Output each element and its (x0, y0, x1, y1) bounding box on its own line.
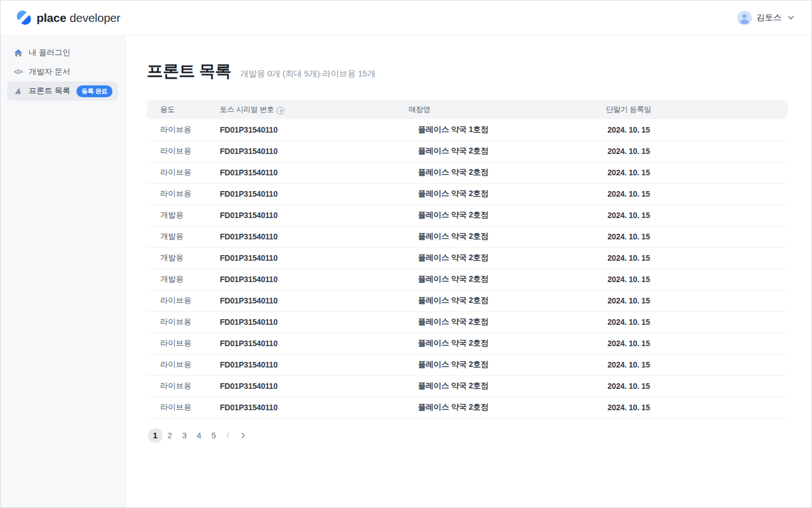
cell-store: 플레이스 약국 2호점 (366, 354, 540, 375)
registration-complete-badge: 등록 완료 (76, 85, 112, 97)
table-row: 개발용 FD01P31540110 플레이스 약국 2호점 2024. 10. … (147, 226, 788, 247)
table-body: 라이브용 FD01P31540110 플레이스 약국 1호점 2024. 10.… (147, 119, 788, 418)
table-row: 라이브용 FD01P31540110 플레이스 약국 2호점 2024. 10.… (147, 311, 788, 333)
cell-store: 플레이스 약국 2호점 (366, 247, 540, 269)
sidebar-item-label: 개발자 문서 (29, 67, 70, 77)
table-row: 라이브용 FD01P31540110 플레이스 약국 2호점 2024. 10.… (147, 354, 788, 375)
cell-date: 2024. 10. 15 (540, 226, 717, 247)
cell-date: 2024. 10. 15 (540, 205, 717, 226)
cell-usage: 라이브용 (147, 354, 220, 375)
sidebar-item-front-list[interactable]: 프론트 목록 등록 완료 (7, 81, 118, 101)
page-button-1[interactable]: 1 (148, 428, 163, 443)
cell-date: 2024. 10. 15 (540, 290, 717, 311)
send-icon (13, 86, 23, 96)
table-row: 라이브용 FD01P31540110 플레이스 약국 2호점 2024. 10.… (147, 183, 788, 205)
cell-spacer (717, 311, 788, 333)
cell-spacer (717, 269, 788, 290)
cell-usage: 라이브용 (147, 140, 220, 162)
place-logo-icon (16, 10, 31, 25)
cell-store: 플레이스 약국 2호점 (366, 375, 540, 397)
cell-spacer (717, 205, 788, 226)
column-header-usage: 용도 (147, 100, 220, 119)
cell-serial: FD01P31540110 (220, 247, 366, 269)
column-header-date: 단말기 등록일 (540, 100, 717, 119)
cell-serial: FD01P31540110 (220, 354, 366, 375)
cell-store: 플레이스 약국 2호점 (366, 269, 540, 290)
cell-date: 2024. 10. 15 (540, 140, 717, 162)
table-row: 라이브용 FD01P31540110 플레이스 약국 2호점 2024. 10.… (147, 162, 788, 183)
cell-date: 2024. 10. 15 (540, 183, 717, 205)
cell-store: 플레이스 약국 2호점 (366, 397, 540, 418)
cell-spacer (717, 375, 788, 397)
column-header-store: 매장명 (366, 100, 540, 119)
cell-date: 2024. 10. 15 (540, 247, 717, 269)
cell-usage: 라이브용 (147, 333, 220, 354)
page-title: 프론트 목록 (147, 60, 231, 83)
brand-logo[interactable]: place developer (16, 10, 120, 25)
page-subtitle: 개발용 0개 (최대 5개)·라이브용 15개 (240, 69, 375, 79)
cell-spacer (717, 247, 788, 269)
cell-usage: 개발용 (147, 226, 220, 247)
table-row: 개발용 FD01P31540110 플레이스 약국 2호점 2024. 10. … (147, 205, 788, 226)
cell-usage: 라이브용 (147, 397, 220, 418)
cell-serial: FD01P31540110 (220, 162, 366, 183)
table-row: 라이브용 FD01P31540110 플레이스 약국 2호점 2024. 10.… (147, 375, 788, 397)
logo-secondary: developer (70, 11, 120, 25)
table-row: 라이브용 FD01P31540110 플레이스 약국 2호점 2024. 10.… (147, 397, 788, 418)
sidebar-item-label: 프론트 목록 (29, 86, 70, 96)
table-row: 라이브용 FD01P31540110 플레이스 약국 2호점 2024. 10.… (147, 140, 788, 162)
cell-spacer (717, 354, 788, 375)
page-button-5[interactable]: 5 (206, 428, 221, 443)
page-button-3[interactable]: 3 (177, 428, 192, 443)
page-button-2[interactable]: 2 (163, 428, 177, 443)
previous-page-button[interactable] (221, 428, 236, 443)
sidebar-item-developer-docs[interactable]: </> 개발자 문서 (7, 62, 118, 81)
cell-spacer (717, 183, 788, 205)
table-header: 용도 토스 시리얼 번호? 매장명 단말기 등록일 (147, 100, 788, 119)
pagination: 12345 (148, 428, 787, 443)
title-row: 프론트 목록 개발용 0개 (최대 5개)·라이브용 15개 (147, 60, 787, 83)
home-icon (13, 48, 23, 58)
cell-usage: 개발용 (147, 247, 220, 269)
table-row: 라이브용 FD01P31540110 플레이스 약국 2호점 2024. 10.… (147, 333, 788, 354)
cell-store: 플레이스 약국 2호점 (366, 290, 540, 311)
cell-date: 2024. 10. 15 (540, 333, 717, 354)
cell-date: 2024. 10. 15 (540, 397, 717, 418)
cell-usage: 라이브용 (147, 311, 220, 333)
next-page-button[interactable] (236, 428, 250, 443)
cell-serial: FD01P31540110 (220, 226, 366, 247)
cell-serial: FD01P31540110 (220, 140, 366, 162)
cell-store: 플레이스 약국 2호점 (366, 183, 540, 205)
cell-store: 플레이스 약국 1호점 (366, 119, 540, 140)
cell-store: 플레이스 약국 2호점 (366, 140, 540, 162)
cell-usage: 라이브용 (147, 375, 220, 397)
cell-spacer (717, 226, 788, 247)
avatar (737, 11, 752, 25)
cell-date: 2024. 10. 15 (540, 375, 717, 397)
code-icon: </> (13, 67, 23, 77)
cell-date: 2024. 10. 15 (540, 119, 717, 140)
brand-logo-text: place developer (37, 11, 120, 25)
cell-store: 플레이스 약국 2호점 (366, 205, 540, 226)
cell-spacer (717, 290, 788, 311)
cell-usage: 라이브용 (147, 162, 220, 183)
help-icon[interactable]: ? (277, 107, 285, 115)
cell-serial: FD01P31540110 (220, 290, 366, 311)
cell-usage: 라이브용 (147, 119, 220, 140)
table-row: 라이브용 FD01P31540110 플레이스 약국 2호점 2024. 10.… (147, 290, 788, 311)
user-menu[interactable]: 김토스 (737, 11, 796, 25)
cell-serial: FD01P31540110 (220, 375, 366, 397)
user-name: 김토스 (756, 12, 782, 23)
cell-serial: FD01P31540110 (220, 333, 366, 354)
chevron-down-icon (786, 13, 796, 22)
column-header-spacer (717, 100, 788, 119)
cell-store: 플레이스 약국 2호점 (366, 311, 540, 333)
cell-date: 2024. 10. 15 (540, 311, 717, 333)
cell-serial: FD01P31540110 (220, 183, 366, 205)
cell-spacer (717, 397, 788, 418)
sidebar-item-my-plugins[interactable]: 내 플러그인 (7, 43, 118, 62)
page-button-4[interactable]: 4 (192, 428, 206, 443)
cell-spacer (717, 119, 788, 140)
top-bar: place developer 김토스 (1, 1, 811, 35)
cell-serial: FD01P31540110 (220, 205, 366, 226)
